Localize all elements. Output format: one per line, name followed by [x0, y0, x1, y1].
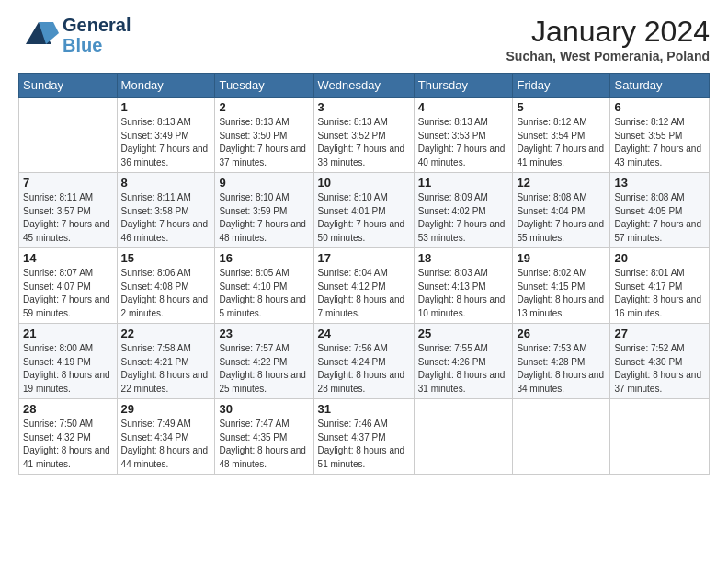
table-row: 21 Sunrise: 8:00 AMSunset: 4:19 PMDaylig… [19, 324, 118, 399]
table-row: 13 Sunrise: 8:08 AMSunset: 4:05 PMDaylig… [610, 173, 710, 248]
calendar-week-row: 21 Sunrise: 8:00 AMSunset: 4:19 PMDaylig… [19, 324, 710, 399]
table-row: 26 Sunrise: 7:53 AMSunset: 4:28 PMDaylig… [513, 324, 610, 399]
day-number: 18 [418, 251, 509, 265]
day-info: Sunrise: 7:53 AMSunset: 4:28 PMDaylight:… [517, 342, 606, 396]
day-info: Sunrise: 7:46 AMSunset: 4:37 PMDaylight:… [318, 418, 410, 471]
day-info: Sunrise: 8:07 AMSunset: 4:07 PMDaylight:… [23, 267, 113, 320]
table-row: 6 Sunrise: 8:12 AMSunset: 3:55 PMDayligh… [610, 98, 710, 173]
day-number: 24 [318, 327, 410, 340]
table-row [19, 98, 118, 173]
day-info: Sunrise: 8:10 AMSunset: 3:59 PMDaylight:… [219, 191, 309, 245]
calendar-week-row: 14 Sunrise: 8:07 AMSunset: 4:07 PMDaylig… [19, 248, 710, 324]
day-info: Sunrise: 7:58 AMSunset: 4:21 PMDaylight:… [121, 342, 211, 396]
day-info: Sunrise: 7:55 AMSunset: 4:26 PMDaylight:… [418, 342, 509, 396]
day-info: Sunrise: 8:12 AMSunset: 3:55 PMDaylight:… [614, 116, 705, 169]
day-info: Sunrise: 8:13 AMSunset: 3:53 PMDaylight:… [418, 116, 509, 169]
table-row [414, 399, 513, 475]
table-row: 14 Sunrise: 8:07 AMSunset: 4:07 PMDaylig… [19, 248, 118, 324]
logo-line2: Blue [63, 35, 102, 55]
month-title: January 2024 [506, 15, 710, 49]
day-info: Sunrise: 8:10 AMSunset: 4:01 PMDaylight:… [318, 191, 410, 245]
table-row [513, 399, 610, 475]
day-info: Sunrise: 8:11 AMSunset: 3:57 PMDaylight:… [23, 191, 113, 245]
day-number: 4 [418, 100, 509, 114]
day-info: Sunrise: 8:12 AMSunset: 3:54 PMDaylight:… [517, 116, 606, 169]
location-title: Suchan, West Pomerania, Poland [506, 49, 710, 63]
day-info: Sunrise: 7:56 AMSunset: 4:24 PMDaylight:… [318, 342, 410, 396]
table-row: 18 Sunrise: 8:03 AMSunset: 4:13 PMDaylig… [414, 248, 513, 324]
table-row: 23 Sunrise: 7:57 AMSunset: 4:22 PMDaylig… [215, 324, 313, 399]
logo-line1: General [63, 15, 131, 35]
col-tuesday: Tuesday [215, 74, 313, 98]
day-number: 2 [219, 100, 309, 114]
header: General Blue January 2024 Suchan, West P… [18, 15, 710, 63]
calendar-week-row: 7 Sunrise: 8:11 AMSunset: 3:57 PMDayligh… [19, 173, 710, 248]
day-number: 20 [614, 251, 705, 265]
day-info: Sunrise: 8:03 AMSunset: 4:13 PMDaylight:… [418, 267, 509, 320]
calendar-header-row: Sunday Monday Tuesday Wednesday Thursday… [19, 74, 710, 98]
day-info: Sunrise: 8:00 AMSunset: 4:19 PMDaylight:… [23, 342, 113, 396]
table-row: 2 Sunrise: 8:13 AMSunset: 3:50 PMDayligh… [215, 98, 313, 173]
day-number: 8 [121, 176, 211, 190]
col-friday: Friday [513, 74, 610, 98]
day-number: 6 [614, 100, 705, 114]
table-row: 9 Sunrise: 8:10 AMSunset: 3:59 PMDayligh… [215, 173, 313, 248]
day-info: Sunrise: 7:47 AMSunset: 4:35 PMDaylight:… [219, 418, 309, 471]
table-row: 29 Sunrise: 7:49 AMSunset: 4:34 PMDaylig… [117, 399, 215, 475]
day-number: 5 [517, 100, 606, 114]
col-monday: Monday [117, 74, 215, 98]
day-info: Sunrise: 7:57 AMSunset: 4:22 PMDaylight:… [219, 342, 309, 396]
table-row: 15 Sunrise: 8:06 AMSunset: 4:08 PMDaylig… [117, 248, 215, 324]
page: General Blue January 2024 Suchan, West P… [0, 0, 728, 563]
table-row: 3 Sunrise: 8:13 AMSunset: 3:52 PMDayligh… [313, 98, 414, 173]
day-info: Sunrise: 8:13 AMSunset: 3:52 PMDaylight:… [318, 116, 410, 169]
day-number: 11 [418, 176, 509, 190]
day-number: 15 [121, 251, 211, 265]
table-row: 7 Sunrise: 8:11 AMSunset: 3:57 PMDayligh… [19, 173, 118, 248]
col-wednesday: Wednesday [313, 74, 414, 98]
col-saturday: Saturday [610, 74, 710, 98]
day-number: 17 [318, 251, 410, 265]
table-row: 24 Sunrise: 7:56 AMSunset: 4:24 PMDaylig… [313, 324, 414, 399]
day-number: 10 [318, 176, 410, 190]
day-number: 9 [219, 176, 309, 190]
table-row: 22 Sunrise: 7:58 AMSunset: 4:21 PMDaylig… [117, 324, 215, 399]
day-number: 19 [517, 251, 606, 265]
table-row: 28 Sunrise: 7:50 AMSunset: 4:32 PMDaylig… [19, 399, 118, 475]
calendar-week-row: 1 Sunrise: 8:13 AMSunset: 3:49 PMDayligh… [19, 98, 710, 173]
day-info: Sunrise: 8:01 AMSunset: 4:17 PMDaylight:… [614, 267, 705, 320]
day-number: 12 [517, 176, 606, 190]
calendar-week-row: 28 Sunrise: 7:50 AMSunset: 4:32 PMDaylig… [19, 399, 710, 475]
day-info: Sunrise: 7:52 AMSunset: 4:30 PMDaylight:… [614, 342, 705, 396]
table-row: 10 Sunrise: 8:10 AMSunset: 4:01 PMDaylig… [313, 173, 414, 248]
day-number: 26 [517, 327, 606, 340]
day-number: 30 [219, 402, 309, 416]
col-thursday: Thursday [414, 74, 513, 98]
day-info: Sunrise: 8:09 AMSunset: 4:02 PMDaylight:… [418, 191, 509, 245]
day-number: 31 [318, 402, 410, 416]
table-row: 4 Sunrise: 8:13 AMSunset: 3:53 PMDayligh… [414, 98, 513, 173]
day-number: 29 [121, 402, 211, 416]
table-row [610, 399, 710, 475]
table-row: 25 Sunrise: 7:55 AMSunset: 4:26 PMDaylig… [414, 324, 513, 399]
day-info: Sunrise: 7:50 AMSunset: 4:32 PMDaylight:… [23, 418, 113, 471]
table-row: 11 Sunrise: 8:09 AMSunset: 4:02 PMDaylig… [414, 173, 513, 248]
table-row: 5 Sunrise: 8:12 AMSunset: 3:54 PMDayligh… [513, 98, 610, 173]
table-row: 8 Sunrise: 8:11 AMSunset: 3:58 PMDayligh… [117, 173, 215, 248]
table-row: 16 Sunrise: 8:05 AMSunset: 4:10 PMDaylig… [215, 248, 313, 324]
day-info: Sunrise: 8:13 AMSunset: 3:50 PMDaylight:… [219, 116, 309, 169]
table-row: 17 Sunrise: 8:04 AMSunset: 4:12 PMDaylig… [313, 248, 414, 324]
day-info: Sunrise: 8:05 AMSunset: 4:10 PMDaylight:… [219, 267, 309, 320]
day-info: Sunrise: 8:13 AMSunset: 3:49 PMDaylight:… [121, 116, 211, 169]
title-area: January 2024 Suchan, West Pomerania, Pol… [506, 15, 710, 63]
day-info: Sunrise: 8:08 AMSunset: 4:04 PMDaylight:… [517, 191, 606, 245]
day-number: 14 [23, 251, 113, 265]
day-info: Sunrise: 8:08 AMSunset: 4:05 PMDaylight:… [614, 191, 705, 245]
day-number: 25 [418, 327, 509, 340]
day-info: Sunrise: 8:11 AMSunset: 3:58 PMDaylight:… [121, 191, 211, 245]
day-number: 1 [121, 100, 211, 114]
day-number: 7 [23, 176, 113, 190]
logo: General Blue [18, 15, 131, 55]
col-sunday: Sunday [19, 74, 118, 98]
day-number: 22 [121, 327, 211, 340]
